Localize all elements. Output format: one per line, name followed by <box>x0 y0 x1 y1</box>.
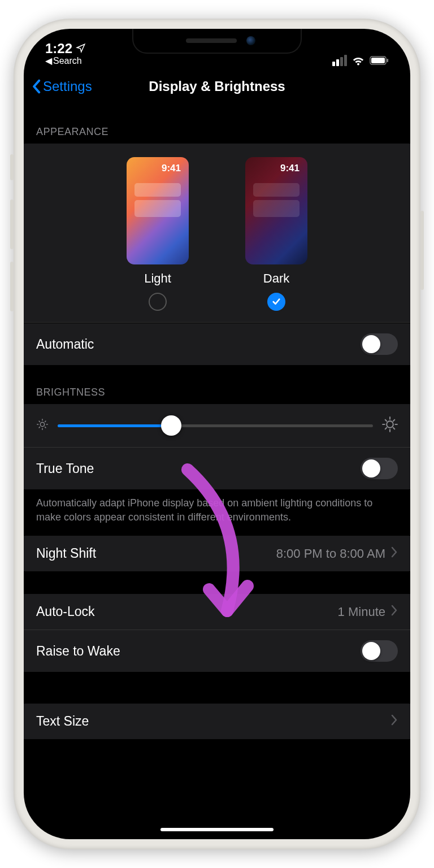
sun-large-icon <box>382 416 398 435</box>
svg-rect-1 <box>371 58 385 63</box>
volume-down-button <box>10 262 14 311</box>
appearance-panel: 9:41 Light 9:41 Dark <box>24 144 410 365</box>
appearance-row: 9:41 Light 9:41 Dark <box>24 144 410 323</box>
lock-panel: Auto-Lock 1 Minute Raise to Wake <box>24 594 410 672</box>
auto-lock-row[interactable]: Auto-Lock 1 Minute <box>24 594 410 630</box>
dark-label: Dark <box>263 271 289 286</box>
back-to-app[interactable]: ◀ Search <box>45 55 82 66</box>
appearance-option-light[interactable]: 9:41 Light <box>127 157 189 311</box>
brightness-slider[interactable] <box>58 424 373 427</box>
chevron-right-icon <box>391 546 398 561</box>
chevron-left-icon <box>32 79 41 94</box>
dark-radio[interactable] <box>267 293 285 311</box>
text-size-label: Text Size <box>36 714 89 729</box>
svg-rect-2 <box>387 59 389 62</box>
home-indicator[interactable] <box>160 828 274 831</box>
night-shift-label: Night Shift <box>36 546 96 561</box>
battery-icon <box>370 56 389 65</box>
nav-bar: Settings Display & Brightness <box>24 68 410 105</box>
automatic-toggle[interactable] <box>361 333 398 355</box>
volume-up-button <box>10 199 14 249</box>
text-size-panel: Text Size <box>24 704 410 739</box>
preview-time: 9:41 <box>162 163 181 174</box>
page-title: Display & Brightness <box>149 79 285 94</box>
slider-fill <box>58 424 171 427</box>
svg-line-18 <box>393 428 394 429</box>
phone-screen: 1:22 ◀ Search <box>24 29 410 839</box>
true-tone-footer: Automatically adapt iPhone display based… <box>24 489 410 536</box>
chevron-right-icon <box>391 604 398 619</box>
night-shift-row[interactable]: Night Shift 8:00 PM to 8:00 AM <box>24 536 410 571</box>
svg-line-19 <box>385 428 387 429</box>
svg-line-8 <box>39 421 40 422</box>
settings-content[interactable]: APPEARANCE 9:41 Light 9:41 <box>24 105 410 739</box>
status-time: 1:22 <box>45 41 72 57</box>
power-button <box>420 211 424 290</box>
svg-line-17 <box>385 420 387 421</box>
raise-to-wake-label: Raise to Wake <box>36 644 120 659</box>
raise-to-wake-toggle[interactable] <box>361 640 398 662</box>
night-shift-panel: Night Shift 8:00 PM to 8:00 AM <box>24 536 410 571</box>
svg-point-12 <box>387 421 393 428</box>
svg-line-9 <box>45 427 46 428</box>
appearance-header: APPEARANCE <box>24 105 410 144</box>
notch <box>132 29 302 54</box>
phone-frame: 1:22 ◀ Search <box>14 19 420 849</box>
auto-lock-value: 1 Minute <box>338 605 385 619</box>
preview-time: 9:41 <box>280 163 300 174</box>
raise-to-wake-row: Raise to Wake <box>24 630 410 672</box>
svg-point-3 <box>40 422 44 426</box>
svg-line-10 <box>39 427 40 428</box>
svg-line-20 <box>393 420 394 421</box>
automatic-row: Automatic <box>24 323 410 365</box>
brightness-panel: True Tone <box>24 404 410 489</box>
cellular-icon <box>332 55 347 66</box>
true-tone-toggle[interactable] <box>361 458 398 479</box>
location-icon <box>76 41 86 57</box>
svg-line-11 <box>45 421 46 422</box>
true-tone-row: True Tone <box>24 447 410 489</box>
brightness-slider-row <box>24 404 410 447</box>
true-tone-label: True Tone <box>36 461 94 476</box>
silence-switch <box>10 154 14 180</box>
brightness-header: BRIGHTNESS <box>24 365 410 404</box>
sun-small-icon <box>36 418 49 433</box>
nav-back-button[interactable]: Settings <box>32 79 92 94</box>
night-shift-value: 8:00 PM to 8:00 AM <box>276 546 385 561</box>
automatic-label: Automatic <box>36 337 94 352</box>
chevron-right-icon <box>391 714 398 729</box>
text-size-row[interactable]: Text Size <box>24 704 410 739</box>
speaker-grille <box>186 38 237 43</box>
auto-lock-label: Auto-Lock <box>36 604 95 619</box>
check-icon <box>271 297 281 307</box>
slider-thumb[interactable] <box>161 415 181 436</box>
light-preview: 9:41 <box>127 157 189 264</box>
light-label: Light <box>144 271 171 286</box>
light-radio[interactable] <box>149 293 167 311</box>
front-camera <box>246 36 255 45</box>
status-time-group: 1:22 <box>45 41 86 57</box>
nav-back-label: Settings <box>43 79 92 94</box>
dark-preview: 9:41 <box>245 157 307 264</box>
appearance-option-dark[interactable]: 9:41 Dark <box>245 157 307 311</box>
back-caret-icon: ◀ <box>45 55 52 66</box>
back-app-label: Search <box>53 56 82 66</box>
wifi-icon <box>351 55 365 66</box>
